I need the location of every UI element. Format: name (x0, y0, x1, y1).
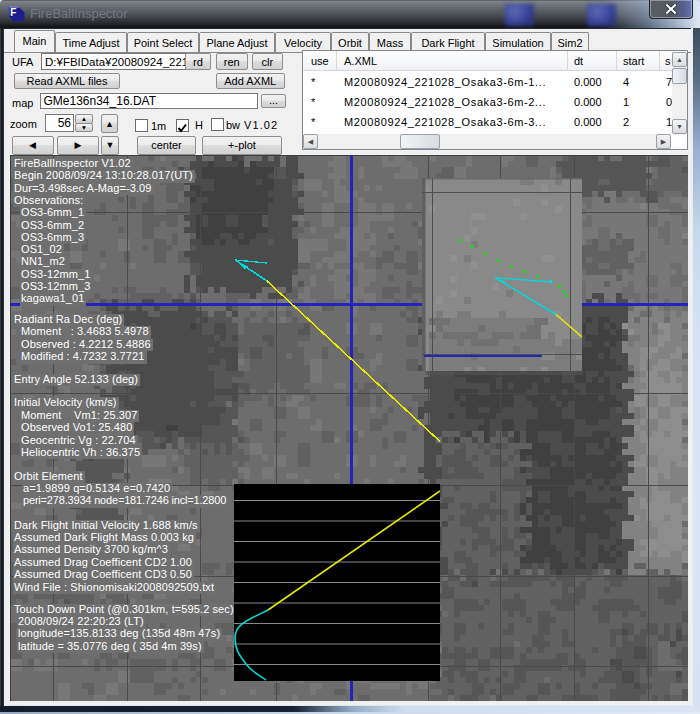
svg-text:F: F (10, 7, 16, 18)
